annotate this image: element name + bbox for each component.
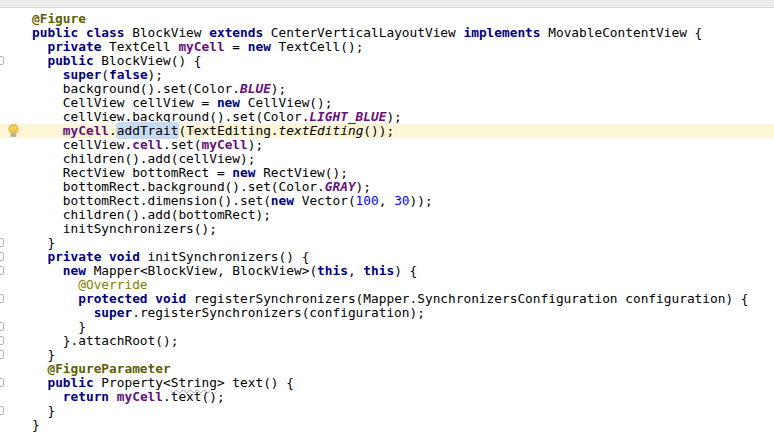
code-token: void xyxy=(109,249,148,264)
fold-marker-icon[interactable] xyxy=(0,294,4,303)
code-token: } xyxy=(32,403,55,418)
fold-marker-icon[interactable] xyxy=(0,350,4,359)
code-token xyxy=(32,263,63,278)
code-token: TextCell xyxy=(109,39,178,54)
code-token xyxy=(32,249,47,264)
code-token: 30 xyxy=(394,193,409,208)
fold-marker-icon[interactable] xyxy=(0,56,4,65)
code-token: void xyxy=(155,291,194,306)
code-token xyxy=(32,277,78,292)
code-token: cellView.background().set(Color. xyxy=(32,109,309,124)
code-line[interactable]: @Figure xyxy=(0,12,774,26)
code-token xyxy=(32,389,63,404)
code-line[interactable]: }.attachRoot(); xyxy=(0,334,774,348)
code-token: myCell xyxy=(202,137,248,152)
ide-window: { "editor": { "language": "java", "caret… xyxy=(0,0,774,447)
code-token: 100 xyxy=(356,193,379,208)
code-token xyxy=(32,375,47,390)
code-token: , xyxy=(379,193,394,208)
code-token: MovableContentView { xyxy=(548,25,702,40)
code-token: textEditing xyxy=(279,123,364,138)
code-token: } xyxy=(32,347,55,362)
code-token: background().set(Color. xyxy=(32,81,240,96)
code-token: @Override xyxy=(78,277,147,292)
code-token: BlockView xyxy=(132,25,209,40)
window-top-edge xyxy=(0,0,774,8)
code-token: CellView(); xyxy=(248,95,333,110)
code-token xyxy=(32,305,94,320)
code-token: ( xyxy=(101,67,109,82)
code-line[interactable]: } xyxy=(0,418,774,432)
code-line[interactable]: new Mapper<BlockView, BlockView>(this, t… xyxy=(0,264,774,278)
code-line[interactable]: bottomRect.dimension().set(new Vector(10… xyxy=(0,194,774,208)
code-token: cellView. xyxy=(32,137,132,152)
code-token: > text() { xyxy=(217,375,294,390)
code-token: @FigureParameter xyxy=(47,361,170,376)
code-line[interactable]: cellView.cell.set(myCell); xyxy=(0,138,774,152)
fold-marker-icon[interactable] xyxy=(0,238,4,247)
code-token: public xyxy=(47,53,101,68)
code-token: } xyxy=(32,319,86,334)
intention-lightbulb-icon[interactable] xyxy=(7,124,20,138)
code-line[interactable]: private void initSynchronizers() { xyxy=(0,250,774,264)
code-line[interactable]: RectView bottomRect = new RectView(); xyxy=(0,166,774,180)
code-token: RectView bottomRect = xyxy=(32,165,232,180)
code-line[interactable]: cellView.background().set(Color.LIGHT_BL… xyxy=(0,110,774,124)
code-token: @Figure xyxy=(32,11,86,26)
fold-marker-icon[interactable] xyxy=(0,406,4,415)
code-token: new xyxy=(271,193,302,208)
code-line[interactable]: } xyxy=(0,404,774,418)
code-line[interactable]: @FigureParameter xyxy=(0,362,774,376)
code-token: .text(); xyxy=(163,389,225,404)
code-token: ) { xyxy=(394,263,417,278)
code-line[interactable]: bottomRect.background().set(Color.GRAY); xyxy=(0,180,774,194)
code-token xyxy=(32,39,47,54)
code-token: ); xyxy=(386,109,401,124)
code-line[interactable]: myCell.addTrait(TextEditing.textEditing(… xyxy=(0,124,774,138)
code-line[interactable]: } xyxy=(0,320,774,334)
code-token xyxy=(32,53,47,68)
code-line[interactable]: return myCell.text(); xyxy=(0,390,774,404)
code-line[interactable]: public class BlockView extends CenterVer… xyxy=(0,26,774,40)
code-token: } xyxy=(32,417,40,432)
code-token: children().add(bottomRect); xyxy=(32,207,271,222)
code-token: private xyxy=(47,249,109,264)
code-token: (TextEditing. xyxy=(178,123,278,138)
code-line[interactable]: @Override xyxy=(0,278,774,292)
fold-marker-icon[interactable] xyxy=(0,252,4,261)
code-line[interactable]: background().set(Color.BLUE); xyxy=(0,82,774,96)
code-line[interactable]: CellView cellView = new CellView(); xyxy=(0,96,774,110)
code-line[interactable]: } xyxy=(0,236,774,250)
code-line[interactable]: children().add(bottomRect); xyxy=(0,208,774,222)
code-line[interactable]: public BlockView() { xyxy=(0,54,774,68)
code-token: TextCell(); xyxy=(279,39,364,54)
code-token: myCell xyxy=(117,389,163,404)
code-token: public xyxy=(47,375,101,390)
code-token: BlockView() { xyxy=(101,53,201,68)
code-line[interactable]: children().add(cellView); xyxy=(0,152,774,166)
code-line[interactable]: public Property<String> text() { xyxy=(0,376,774,390)
code-token: new xyxy=(217,95,248,110)
fold-marker-icon[interactable] xyxy=(0,266,4,275)
code-line[interactable]: super.registerSynchronizers(configuratio… xyxy=(0,306,774,320)
fold-marker-icon[interactable] xyxy=(0,336,4,345)
code-token: myCell xyxy=(178,39,224,54)
fold-marker-icon[interactable] xyxy=(0,378,4,387)
code-token: initSynchronizers(); xyxy=(32,221,217,236)
code-token: ); xyxy=(248,137,263,152)
code-line[interactable]: initSynchronizers(); xyxy=(0,222,774,236)
code-line[interactable]: protected void registerSynchronizers(Map… xyxy=(0,292,774,306)
code-line[interactable]: super(false); xyxy=(0,68,774,82)
code-token: bottomRect.background().set(Color. xyxy=(32,179,325,194)
code-token: , xyxy=(348,263,363,278)
code-token: CellView cellView = xyxy=(32,95,217,110)
code-token: new xyxy=(232,165,263,180)
code-token: new xyxy=(63,263,94,278)
code-token: cell xyxy=(132,137,163,152)
code-line[interactable]: } xyxy=(0,348,774,362)
code-token: children().add(cellView); xyxy=(32,151,255,166)
code-token: ); xyxy=(148,67,163,82)
code-editor-pane[interactable]: @Figurepublic class BlockView extends Ce… xyxy=(0,12,774,432)
fold-marker-icon[interactable] xyxy=(0,322,4,331)
code-line[interactable]: private TextCell myCell = new TextCell()… xyxy=(0,40,774,54)
